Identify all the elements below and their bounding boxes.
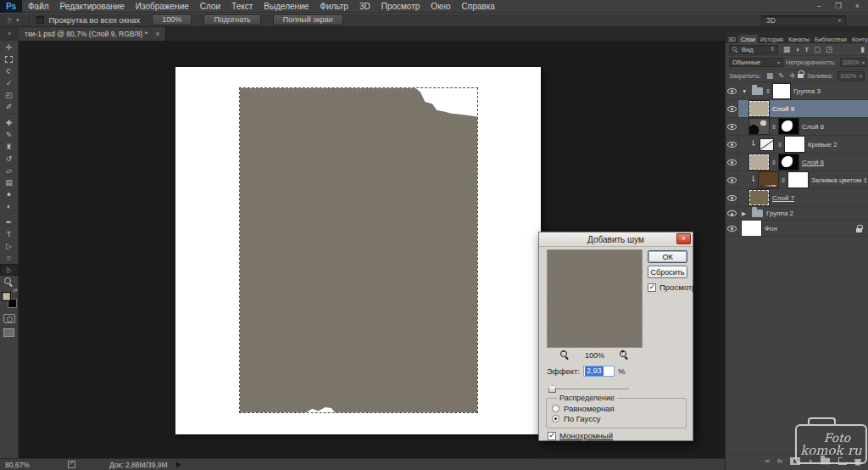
filter-smart-object-icon[interactable]: ◳ xyxy=(826,45,832,53)
menu-select[interactable]: Выделение xyxy=(264,2,309,11)
tab-paths[interactable]: Контуры xyxy=(849,35,868,43)
fullscreen-button[interactable]: Полный экран xyxy=(273,14,343,25)
tab-close-icon[interactable]: × xyxy=(155,30,159,38)
close-button[interactable]: × xyxy=(855,2,860,10)
dialog-title-bar[interactable]: Добавить шум × xyxy=(539,232,693,247)
layer-mask-thumbnail[interactable] xyxy=(779,119,798,134)
visibility-toggle[interactable] xyxy=(726,221,738,236)
layer-row-curves2[interactable]: Кривые 2 xyxy=(726,136,868,154)
filter-type-icon[interactable]: T xyxy=(804,46,809,53)
blur-tool[interactable]: ● xyxy=(0,188,19,200)
layer-thumbnail[interactable] xyxy=(749,119,769,134)
menu-image[interactable]: Изображение xyxy=(136,2,189,11)
filter-adjustment-icon[interactable]: ◑ xyxy=(795,45,799,53)
menu-help[interactable]: Справка xyxy=(462,2,495,11)
effect-amount-input[interactable]: 2,93 xyxy=(583,366,615,377)
group-mask-thumbnail[interactable] xyxy=(773,84,790,98)
zoom-tool[interactable] xyxy=(0,276,19,288)
opacity-dropdown[interactable]: 100% ▾ xyxy=(840,58,867,67)
quick-selection-tool[interactable]: ✓ xyxy=(0,77,19,89)
layer-row-layer6[interactable]: Слой 6 xyxy=(726,154,868,171)
menu-edit[interactable]: Редактирование xyxy=(60,2,125,11)
toolbar-collapse-button[interactable]: » xyxy=(0,27,19,41)
effect-amount-slider[interactable] xyxy=(548,385,629,393)
fill-dropdown[interactable]: 100% ▾ xyxy=(837,71,865,81)
scroll-all-windows-checkbox[interactable] xyxy=(36,16,44,24)
tool-preset-caret-icon[interactable]: ▾ xyxy=(16,17,19,24)
blend-mode-dropdown[interactable]: Обычные ▾ xyxy=(729,58,783,67)
layer-mask-thumbnail[interactable] xyxy=(788,172,808,187)
zoom-100-button[interactable]: 100% xyxy=(152,14,192,25)
dialog-close-button[interactable]: × xyxy=(676,233,691,244)
zoom-in-icon[interactable]: + xyxy=(620,350,629,360)
swap-colors-icon[interactable]: ⇄ xyxy=(13,287,17,293)
menu-window[interactable]: Окно xyxy=(431,2,450,11)
layer-thumbnail[interactable] xyxy=(749,154,769,170)
lock-all-icon[interactable] xyxy=(798,74,804,78)
eraser-tool[interactable]: ▱ xyxy=(0,165,19,176)
quick-mask-mode-button[interactable] xyxy=(3,314,15,323)
filter-shape-icon[interactable]: ▢ xyxy=(814,45,821,53)
filter-toggle-icon[interactable]: ▮ xyxy=(860,45,865,53)
visibility-toggle[interactable] xyxy=(726,118,738,135)
hand-tool[interactable]: ☞ xyxy=(0,264,19,276)
collapsed-triangle-icon[interactable]: ▶ xyxy=(742,210,748,217)
pen-tool[interactable]: ✒ xyxy=(0,216,19,228)
type-tool[interactable]: T xyxy=(0,228,19,240)
menu-layers[interactable]: Слои xyxy=(200,2,220,11)
layer-name[interactable]: Слой 8 xyxy=(802,123,824,131)
minimize-button[interactable]: – xyxy=(817,2,821,10)
visibility-toggle[interactable] xyxy=(726,100,738,117)
layer-name[interactable]: Слой 6 xyxy=(802,159,824,166)
layer-name[interactable]: Фон xyxy=(765,225,777,232)
dodge-tool[interactable]: ◐ xyxy=(0,200,19,212)
reset-button[interactable]: Сбросить xyxy=(648,266,687,278)
lock-pixels-icon[interactable]: ✎ xyxy=(778,71,784,80)
layer-row-layer9-selected[interactable]: Слой 9 xyxy=(726,100,868,118)
crop-tool[interactable]: ◰ xyxy=(0,89,19,101)
layer-row-group2[interactable]: ▶ Группа 2 xyxy=(726,207,868,221)
visibility-toggle[interactable] xyxy=(726,207,738,220)
curves-adjustment-icon[interactable] xyxy=(760,139,773,150)
status-menu-arrow-icon[interactable]: ▶ xyxy=(176,461,181,468)
layer-thumbnail[interactable] xyxy=(749,101,769,116)
menu-type[interactable]: Текст xyxy=(231,2,253,11)
slider-thumb[interactable] xyxy=(548,385,556,393)
visibility-toggle[interactable] xyxy=(726,82,738,99)
ok-button[interactable]: ОК xyxy=(648,250,687,263)
layer-thumbnail[interactable] xyxy=(742,221,761,236)
layer-name[interactable]: Кривые 2 xyxy=(808,141,837,148)
visibility-toggle[interactable] xyxy=(726,189,738,206)
lock-transparency-icon[interactable]: ▦ xyxy=(766,71,773,80)
layer-row-color-fill1[interactable]: Заливка цветом 1 xyxy=(726,171,868,189)
layer-name[interactable]: Группа 2 xyxy=(766,210,793,217)
layer-mask-thumbnail[interactable] xyxy=(779,154,798,170)
rectangular-marquee-tool[interactable] xyxy=(0,53,19,65)
menu-file[interactable]: Файл xyxy=(28,2,49,11)
uniform-radio[interactable]: Равномерная xyxy=(552,404,681,413)
menu-view[interactable]: Просмотр xyxy=(381,2,420,11)
clone-stamp-tool[interactable]: ♜ xyxy=(0,141,19,153)
layer-row-layer7[interactable]: Слой 7 xyxy=(726,189,868,207)
document-tab[interactable]: тки-1.psd @ 80,7% (Слой 9, RGB/8) * × xyxy=(19,27,166,41)
layer-style-icon[interactable]: fx xyxy=(777,457,782,465)
history-brush-tool[interactable]: ↺ xyxy=(0,153,19,165)
layer-name[interactable]: Группа 3 xyxy=(793,87,821,95)
link-layers-icon[interactable]: ∞ xyxy=(765,457,770,465)
gaussian-radio[interactable]: По Гауссу xyxy=(552,414,681,423)
layer-row-group3[interactable]: ▼ Группа 3 xyxy=(726,82,868,100)
fill-layer-thumbnail[interactable] xyxy=(759,172,778,187)
layer-name[interactable]: Слой 9 xyxy=(772,105,794,113)
spot-healing-brush-tool[interactable]: ✚ xyxy=(0,117,19,129)
document-page[interactable] xyxy=(175,67,541,434)
noise-preview[interactable] xyxy=(547,249,643,348)
visibility-toggle[interactable] xyxy=(726,154,738,171)
tab-history[interactable]: История xyxy=(758,35,786,43)
layer-name[interactable]: Слой 7 xyxy=(772,194,794,202)
move-tool[interactable]: ✛ xyxy=(0,42,19,53)
restore-button[interactable]: ❒ xyxy=(835,2,842,10)
status-popup-icon[interactable] xyxy=(68,461,75,468)
tab-layers[interactable]: Слои xyxy=(738,35,758,43)
visibility-toggle[interactable] xyxy=(726,171,738,188)
layer-mask-thumbnail[interactable] xyxy=(785,137,804,152)
